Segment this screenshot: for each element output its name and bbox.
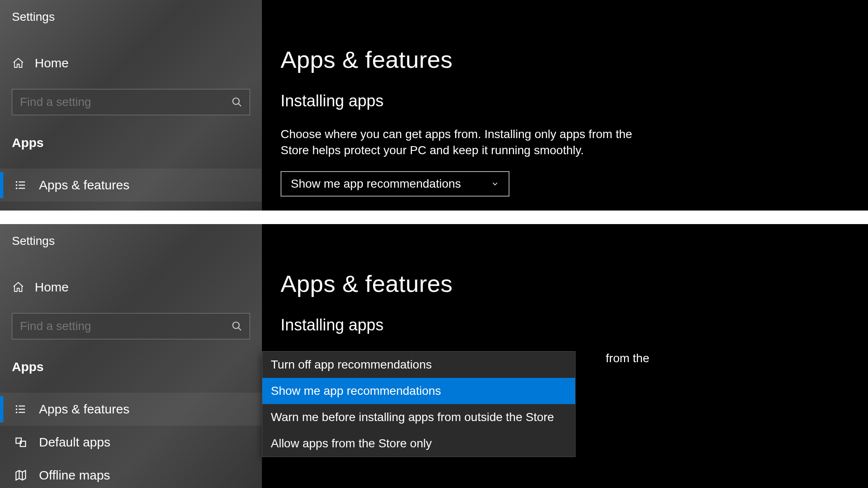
flyout-option-2[interactable]: Warn me before installing apps from outs…	[262, 404, 575, 430]
home-label: Home	[35, 280, 69, 294]
home-icon	[12, 57, 25, 69]
nav-apps-features-label: Apps & features	[39, 178, 129, 192]
install-source-flyout: Turn off app recommendations Show me app…	[262, 351, 576, 457]
nav-offline-maps-label: Offline maps	[39, 468, 110, 482]
section-description: Choose where you can get apps from. Inst…	[281, 126, 649, 158]
search-input[interactable]	[12, 313, 250, 339]
flyout-option-0[interactable]: Turn off app recommendations	[262, 352, 575, 378]
section-subheading: Installing apps	[281, 92, 868, 110]
nav-apps-features[interactable]: Apps & features	[0, 169, 262, 202]
default-apps-icon	[14, 436, 27, 449]
category-label: Apps	[0, 115, 262, 150]
list-icon	[14, 403, 27, 416]
flyout-option-1[interactable]: Show me app recommendations	[262, 378, 575, 404]
content-bottom: Apps & features Installing apps from the…	[262, 224, 868, 488]
nav-apps-features[interactable]: Apps & features	[0, 393, 262, 426]
home-nav[interactable]: Home	[0, 56, 262, 70]
home-icon	[12, 281, 25, 294]
nav-default-apps-label: Default apps	[39, 435, 110, 449]
search-input[interactable]	[12, 89, 250, 115]
list-icon	[14, 179, 27, 191]
dropdown-value: Show me app recommendations	[291, 177, 461, 191]
settings-title: Settings	[0, 0, 262, 24]
map-icon	[14, 469, 27, 482]
home-label: Home	[35, 56, 69, 70]
flyout-option-3[interactable]: Allow apps from the Store only	[262, 430, 575, 457]
nav-list: Apps & features Default apps Offline map…	[0, 393, 262, 488]
search-icon	[231, 97, 242, 108]
nav-apps-features-label: Apps & features	[39, 402, 129, 416]
nav-default-apps[interactable]: Default apps	[0, 426, 262, 459]
section-subheading: Installing apps	[281, 316, 868, 334]
page-title: Apps & features	[281, 46, 868, 73]
panel-top: Settings Home Apps Apps & features Apps …	[0, 0, 868, 211]
settings-title: Settings	[0, 224, 262, 248]
search-wrap	[12, 313, 250, 339]
sidebar: Settings Home Apps Apps & features	[0, 0, 262, 211]
nav-list: Apps & features	[0, 169, 262, 202]
panel-bottom: Settings Home Apps Apps & features	[0, 224, 868, 488]
nav-offline-maps[interactable]: Offline maps	[0, 459, 262, 488]
chevron-down-icon	[491, 180, 499, 188]
svg-line-1	[238, 103, 241, 106]
svg-line-9	[238, 327, 241, 330]
content-top: Apps & features Installing apps Choose w…	[262, 0, 868, 211]
page-title: Apps & features	[281, 270, 868, 297]
home-nav[interactable]: Home	[0, 280, 262, 294]
search-wrap	[12, 89, 250, 115]
category-label: Apps	[0, 339, 262, 374]
svg-point-8	[233, 322, 239, 328]
svg-point-0	[233, 98, 239, 104]
search-icon	[231, 321, 242, 332]
sidebar: Settings Home Apps Apps & features	[0, 224, 262, 488]
install-source-dropdown[interactable]: Show me app recommendations	[281, 171, 509, 197]
